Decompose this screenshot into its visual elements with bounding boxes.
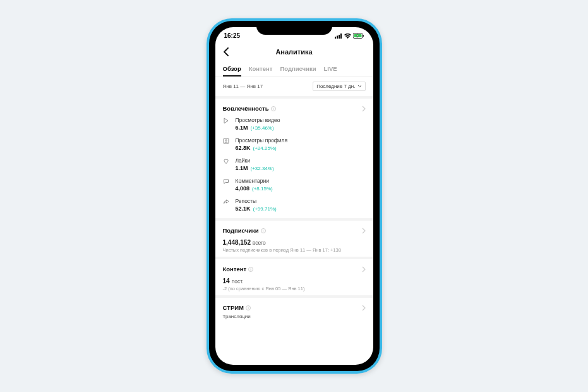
- content-title: Контент: [223, 266, 247, 273]
- metric-video-views[interactable]: Просмотры видео 6.1M (+35.46%): [223, 117, 366, 131]
- metric-value: 4,008: [236, 185, 250, 192]
- stream-title: СТРИМ: [223, 304, 244, 311]
- metric-value: 52.1K: [236, 205, 251, 212]
- followers-total-label: всего: [253, 240, 266, 246]
- metric-comments[interactable]: Комментарии 4,008 (+8.15%): [223, 178, 366, 192]
- metric-change: (+24.25%): [253, 145, 277, 151]
- info-icon: i: [271, 106, 276, 111]
- chevron-left-icon: [223, 47, 229, 56]
- followers-title: Подписчики: [223, 227, 259, 234]
- phone-bezel: 16:25 Аналитика Обзор Контент Подписчики…: [209, 21, 380, 371]
- svg-point-9: [225, 181, 225, 181]
- metric-label: Лайки: [236, 157, 366, 164]
- date-range-picker[interactable]: Последние 7 дн.: [313, 82, 365, 91]
- notch: [256, 21, 332, 35]
- followers-header[interactable]: Подписчики i: [223, 227, 366, 234]
- metric-change: (+32.34%): [251, 166, 274, 171]
- chevron-right-icon: [362, 266, 366, 273]
- back-button[interactable]: [223, 46, 234, 58]
- svg-rect-3: [340, 34, 342, 39]
- wifi-icon: [344, 34, 351, 39]
- metric-change: (+99.71%): [253, 206, 277, 212]
- battery-icon: [353, 33, 364, 39]
- metric-value: 1.1M: [236, 165, 248, 171]
- svg-rect-0: [335, 37, 336, 39]
- section-engagement: Вовлечённость i Просмотры видео 6.1M (+3…: [215, 99, 373, 221]
- comment-icon: [223, 178, 229, 185]
- metric-profile-views[interactable]: Просмотры профиля 62.8K (+24.25%): [223, 137, 366, 151]
- metric-value: 6.1M: [236, 125, 248, 131]
- tabs: Обзор Контент Подписчики LIVE: [215, 63, 373, 77]
- content-note: -2 (по сравнению с Янв 05 — Янв 11): [223, 286, 366, 291]
- section-stream: СТРИМ i Трансляции: [215, 298, 373, 319]
- svg-rect-1: [337, 35, 338, 39]
- tab-overview[interactable]: Обзор: [223, 63, 241, 76]
- followers-total: 1,448,152: [223, 239, 251, 246]
- app-screen: 16:25 Аналитика Обзор Контент Подписчики…: [215, 27, 373, 365]
- info-icon: i: [248, 267, 253, 272]
- page-title: Аналитика: [215, 48, 373, 56]
- metric-value: 62.8K: [236, 145, 251, 151]
- metric-label: Репосты: [236, 198, 366, 204]
- nav-header: Аналитика: [215, 42, 373, 63]
- info-icon: i: [246, 305, 251, 310]
- date-row: Янв 11 — Янв 17 Последние 7 дн.: [215, 77, 373, 99]
- scroll-content[interactable]: Вовлечённость i Просмотры видео 6.1M (+3…: [215, 99, 373, 365]
- phone-frame: 16:25 Аналитика Обзор Контент Подписчики…: [207, 18, 382, 374]
- tab-live[interactable]: LIVE: [324, 63, 337, 76]
- section-content: Контент i 14 пост. -2 (по сравнению с Ян…: [215, 259, 373, 298]
- stream-header[interactable]: СТРИМ i: [223, 304, 366, 311]
- chevron-right-icon: [362, 305, 366, 311]
- tab-content[interactable]: Контент: [249, 63, 273, 76]
- tab-followers[interactable]: Подписчики: [280, 63, 316, 76]
- chevron-right-icon: [362, 106, 366, 112]
- share-icon: [223, 199, 229, 205]
- metric-label: Комментарии: [236, 178, 366, 184]
- svg-point-11: [227, 181, 227, 181]
- content-count: 14: [223, 278, 230, 285]
- svg-rect-2: [339, 35, 340, 39]
- play-icon: [223, 118, 229, 124]
- date-picker-label: Последние 7 дн.: [316, 83, 355, 89]
- metric-likes[interactable]: Лайки 1.1M (+32.34%): [223, 157, 366, 171]
- metric-shares[interactable]: Репосты 52.1K (+99.71%): [223, 198, 366, 212]
- engagement-title: Вовлечённость: [223, 105, 269, 112]
- stream-sub: Трансляции: [223, 314, 366, 319]
- svg-rect-6: [363, 35, 363, 37]
- engagement-header[interactable]: Вовлечённость i: [223, 105, 366, 112]
- heart-icon: [223, 158, 229, 164]
- content-header[interactable]: Контент i: [223, 266, 366, 273]
- chevron-right-icon: [362, 228, 366, 234]
- signal-icon: [335, 34, 342, 39]
- metric-label: Просмотры профиля: [236, 137, 366, 144]
- status-time: 16:25: [224, 32, 241, 39]
- svg-point-10: [225, 181, 226, 181]
- profile-icon: [223, 138, 229, 144]
- svg-point-8: [225, 140, 227, 142]
- status-indicators: [335, 33, 364, 39]
- info-icon: i: [261, 228, 266, 233]
- date-range: Янв 11 — Янв 17: [223, 83, 263, 89]
- content-count-label: пост.: [232, 278, 244, 285]
- chevron-down-icon: [357, 85, 362, 88]
- followers-note: Чистых подписчиков в период Янв 11 — Янв…: [223, 247, 366, 253]
- metric-change: (+8.15%): [252, 186, 273, 192]
- section-followers: Подписчики i 1,448,152 всего Чистых подп…: [215, 221, 373, 259]
- metric-change: (+35.46%): [251, 125, 274, 131]
- metric-label: Просмотры видео: [236, 117, 366, 123]
